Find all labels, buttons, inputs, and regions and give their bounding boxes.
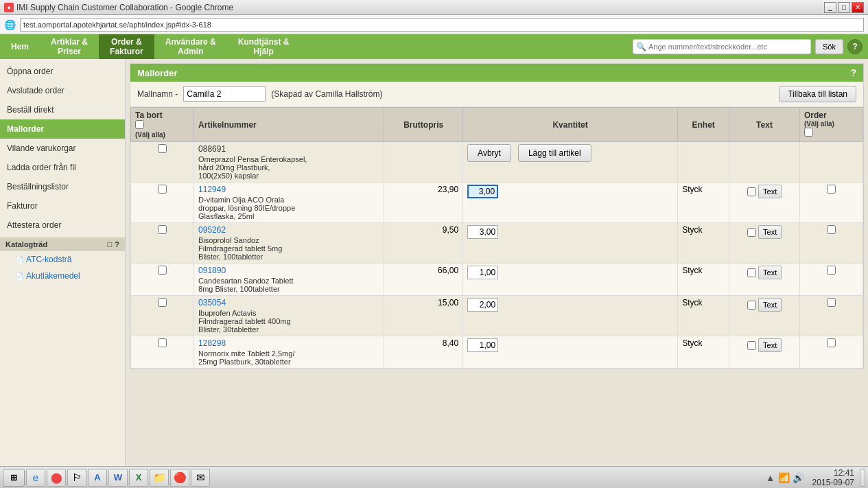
text-button-112949[interactable]: Text [758, 185, 782, 198]
col-ta-bort: Ta bort (Välj alla) [131, 108, 194, 142]
mallnamn-label: Mallnamn - [137, 89, 178, 99]
text-checkbox-112949[interactable] [747, 187, 756, 196]
sidebar-item-bestall[interactable]: Beställ direkt [0, 100, 125, 119]
valj-alla-left[interactable]: (Välj alla) [135, 131, 189, 139]
content-area: Mallorder ? Mallnamn - (Skapad av Camill… [126, 59, 868, 466]
text-button-095262[interactable]: Text [758, 225, 782, 239]
order-checkbox-091890[interactable] [827, 266, 836, 275]
word-icon: W [114, 472, 122, 483]
row-checkbox[interactable] [158, 144, 167, 153]
sidebar-item-akut[interactable]: 📄 Akutläkemedel [0, 268, 125, 284]
app3-icon: 🔴 [174, 472, 187, 484]
row-checkbox[interactable] [158, 185, 167, 194]
order-cell-091890 [799, 264, 863, 296]
text-checkbox-095262[interactable] [747, 228, 756, 237]
text-button-091890[interactable]: Text [758, 266, 782, 279]
qty-cell-095262 [463, 223, 678, 264]
text-checkbox-128298[interactable] [747, 341, 756, 350]
back-button[interactable]: Tillbaka till listan [779, 86, 856, 102]
row-checkbox[interactable] [158, 266, 167, 275]
article-link-035054[interactable]: 035054 [198, 298, 226, 307]
nav-help-button[interactable]: ? [847, 39, 863, 54]
qty-input-035054[interactable] [467, 298, 498, 312]
sidebar-item-oppna[interactable]: Öppna order [0, 62, 125, 81]
nav-order[interactable]: Order & Fakturor [99, 34, 154, 59]
folder-icon[interactable]: □ [108, 240, 113, 248]
taskbar-ie-icon[interactable]: e [26, 469, 45, 487]
qty-input-128298[interactable] [467, 338, 498, 352]
taskbar-excel-icon[interactable]: X [129, 469, 148, 487]
nav-artiklar[interactable]: Artiklar & Priser [40, 34, 99, 59]
nav-anvandare[interactable]: Användare & Admin [154, 34, 227, 59]
select-all-right-checkbox[interactable] [804, 128, 813, 137]
qty-input-095262[interactable] [467, 225, 498, 239]
text-button-035054[interactable]: Text [758, 298, 782, 312]
sidebar-item-attestera[interactable]: Attestera order [0, 216, 125, 235]
row-checkbox[interactable] [158, 338, 167, 347]
search-input-wrap: 🔍 [633, 39, 811, 54]
minimize-button[interactable]: _ [824, 2, 836, 13]
maximize-button[interactable]: □ [838, 2, 850, 13]
text-checkbox-091890[interactable] [747, 268, 756, 277]
valj-alla-right[interactable]: (Välj alla) [804, 120, 858, 128]
katalogtr-label: Katalogträd [5, 240, 47, 248]
nav-hem[interactable]: Hem [0, 34, 40, 59]
search-input[interactable] [633, 39, 811, 54]
panel-header: Mallorder ? [130, 64, 863, 82]
help-icon[interactable]: ? [115, 240, 119, 248]
order-checkbox-035054[interactable] [827, 298, 836, 307]
nav-kundtjanst[interactable]: Kundtjänst & Hjälp [227, 34, 301, 59]
app-icon: ● [4, 3, 14, 12]
taskbar-chrome-icon[interactable]: ⬤ [47, 469, 66, 487]
sidebar-item-atc[interactable]: 📄 ATC-kodsträ [0, 251, 125, 268]
row-checkbox[interactable] [158, 225, 167, 234]
qty-input-091890[interactable] [467, 266, 498, 279]
mail-icon: ✉ [196, 472, 205, 484]
order-checkbox-095262[interactable] [827, 225, 836, 234]
price-cell-128298: 8,40 [384, 336, 463, 369]
sidebar-item-mallorder[interactable]: Mallorder [0, 119, 125, 139]
sidebar-item-fakturor[interactable]: Fakturor [0, 196, 125, 216]
taskbar-word-icon[interactable]: W [108, 469, 128, 487]
close-button[interactable]: ✕ [852, 2, 864, 13]
page-icon: 🌐 [4, 19, 16, 30]
order-cell-035054 [799, 296, 863, 336]
qty-cell-091890 [463, 264, 678, 296]
sidebar-item-bestallningslistor[interactable]: Beställningslistor [0, 177, 125, 196]
ie-icon: e [33, 472, 38, 483]
address-input[interactable] [20, 18, 864, 32]
search-button[interactable]: Sök [815, 39, 843, 54]
article-link-112949[interactable]: 112949 [198, 185, 226, 194]
text-button-128298[interactable]: Text [758, 338, 782, 352]
article-link-091890[interactable]: 091890 [198, 266, 226, 275]
start-button[interactable]: ⊞ [3, 469, 25, 487]
panel-help-icon[interactable]: ? [850, 67, 856, 78]
article-link-095262[interactable]: 095262 [198, 225, 226, 235]
taskbar-mail-icon[interactable]: ✉ [191, 469, 210, 487]
sidebar-item-vilande[interactable]: Vilande varukorgar [0, 139, 125, 158]
order-checkbox-128298[interactable] [827, 338, 836, 347]
taskbar-explorer-icon[interactable]: 📁 [150, 469, 169, 487]
mallorder-panel: Mallorder ? Mallnamn - (Skapad av Camill… [130, 63, 864, 369]
explorer-icon: 📁 [153, 472, 166, 484]
taskbar-app2-icon[interactable]: A [88, 469, 107, 487]
order-checkbox-112949[interactable] [827, 185, 836, 194]
lagg-till-artikel-button[interactable]: Lägg till artikel [518, 144, 591, 162]
select-all-left-checkbox[interactable] [135, 120, 144, 129]
qty-input-112949[interactable] [467, 185, 498, 198]
taskbar-app1-icon[interactable]: 🏳 [67, 469, 86, 487]
text-checkbox-035054[interactable] [747, 301, 756, 310]
mallnamn-input[interactable] [183, 86, 266, 102]
sidebar-item-ladda[interactable]: Ladda order från fil [0, 158, 125, 177]
avbryt-button[interactable]: Avbryt [467, 144, 511, 162]
article-cell-095262: 095262 Bisoprolol SandozFilmdragerad tab… [194, 223, 384, 264]
app2-icon: A [94, 472, 100, 483]
table-row: 095262 Bisoprolol SandozFilmdragerad tab… [131, 223, 863, 264]
order-cell-112949 [799, 183, 863, 223]
row-checkbox[interactable] [158, 298, 167, 307]
article-link-128298[interactable]: 128298 [198, 338, 226, 348]
taskbar-app3-icon[interactable]: 🔴 [170, 469, 189, 487]
sidebar-item-avslutade[interactable]: Avslutade order [0, 81, 125, 100]
qty-cell-088691: Avbryt Lägg till artikel [463, 142, 678, 183]
show-desktop-button[interactable] [860, 469, 865, 487]
